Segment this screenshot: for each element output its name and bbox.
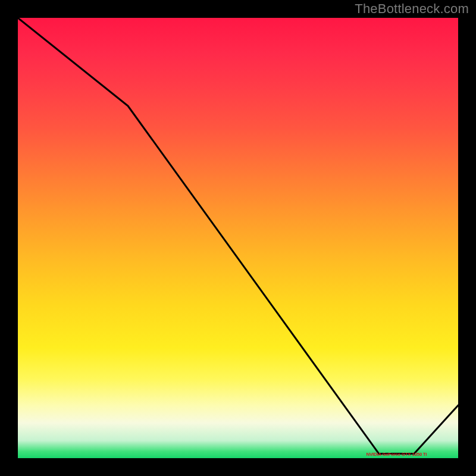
attribution-label: TheBottleneck.com: [355, 1, 469, 17]
bottleneck-curve: [18, 18, 458, 458]
bottleneck-chart: NVIDIA GeForce GTX 1050 Ti: [18, 18, 458, 458]
gpu-annotation-label: NVIDIA GeForce GTX 1050 Ti: [367, 451, 427, 456]
